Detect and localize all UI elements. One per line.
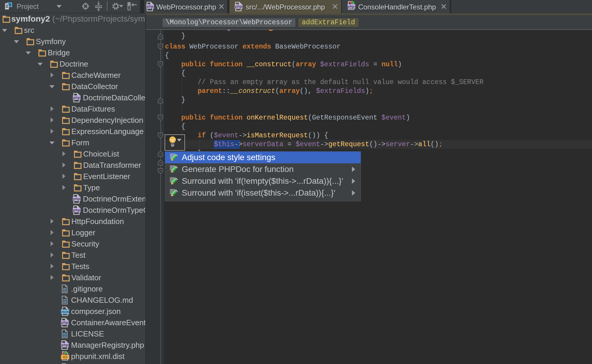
svg-text:php: php — [61, 343, 68, 347]
svg-text:<>: <> — [63, 355, 67, 360]
svg-text:php: php — [147, 4, 154, 9]
svg-text:php: php — [61, 320, 68, 325]
svg-text:php: php — [348, 4, 355, 9]
svg-text:php: php — [73, 197, 80, 201]
svg-text:JSON: JSON — [61, 310, 69, 314]
svg-text:php: php — [73, 208, 80, 212]
svg-text:php: php — [73, 95, 80, 100]
svg-text:php: php — [235, 4, 242, 9]
